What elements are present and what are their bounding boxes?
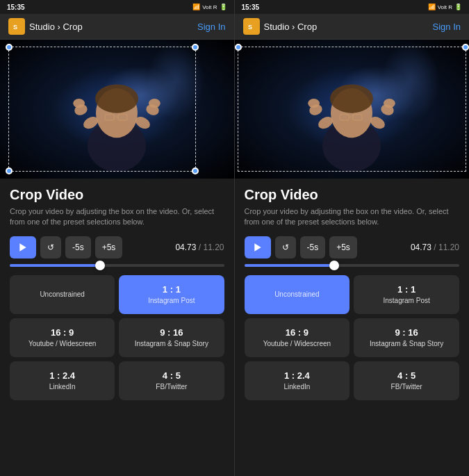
play-button-right[interactable] — [245, 236, 271, 258]
progress-thumb-left[interactable] — [95, 261, 105, 270]
preset-fb-right[interactable]: 4 : 5 FB/Twitter — [354, 361, 459, 400]
status-bar-right: 15:35 📶 Volt R 🔋 — [235, 0, 470, 14]
svg-point-27 — [308, 99, 320, 108]
studio-logo-right: S — [243, 18, 260, 35]
play-icon-right — [253, 243, 263, 252]
nav-bar-right: S Studio › Crop Sign In — [235, 14, 470, 40]
status-time-left: 15:35 — [7, 3, 25, 11]
svg-marker-29 — [254, 243, 261, 252]
preset-grid-left: Unconstrained 1 : 1 Instagram Post 16 : … — [10, 275, 224, 401]
preset-youtube-left[interactable]: 16 : 9 Youtube / Widescreen — [10, 318, 115, 357]
crop-link-left[interactable]: Crop — [63, 22, 82, 32]
crop-title-right: Crop Video — [245, 187, 460, 203]
sign-in-right[interactable]: Sign In — [433, 22, 461, 32]
crop-title-left: Crop Video — [10, 187, 224, 203]
time-display-right: 04.73 / 11.20 — [411, 243, 459, 252]
skip-forward-button-right[interactable]: +5s — [329, 236, 357, 258]
status-time-right: 15:35 — [242, 3, 260, 11]
person-left — [68, 67, 165, 172]
controls-row-left: ↺ -5s +5s 04.73 / 11.20 — [10, 236, 224, 258]
reset-button-right[interactable]: ↺ — [275, 236, 296, 258]
preset-unconstrained-right[interactable]: Unconstrained — [245, 275, 350, 314]
crop-desc-left: Crop your video by adjusting the box on … — [10, 206, 224, 228]
studio-link-left[interactable]: Studio — [29, 22, 55, 32]
video-container-right — [235, 40, 470, 179]
progress-fill-left — [10, 264, 100, 267]
total-time-left: / 11.20 — [199, 243, 224, 252]
progress-bar-left[interactable] — [10, 264, 224, 267]
svg-point-12 — [73, 99, 85, 108]
play-icon-left — [18, 243, 28, 252]
preset-instagram-left[interactable]: 1 : 1 Instagram Post — [119, 275, 224, 314]
svg-text:S: S — [13, 24, 17, 31]
reset-button-left[interactable]: ↺ — [40, 236, 61, 258]
svg-marker-14 — [19, 243, 26, 252]
studio-logo-left: S — [8, 18, 25, 35]
time-display-left: 04.73 / 11.20 — [175, 243, 224, 252]
preset-youtube-right[interactable]: 16 : 9 Youtube / Widescreen — [245, 318, 350, 357]
preset-snap-left[interactable]: 9 : 16 Instagram & Snap Story — [119, 318, 224, 357]
battery-icon: 🔋 — [220, 3, 227, 10]
person-right — [303, 67, 400, 172]
content-area-left: Crop Video Crop your video by adjusting … — [0, 179, 234, 476]
skip-back-button-right[interactable]: -5s — [300, 236, 326, 258]
signal-icon-right: Volt R — [438, 4, 452, 10]
signal-icon: Volt R — [202, 4, 217, 10]
preset-fb-left[interactable]: 4 : 5 FB/Twitter — [119, 361, 224, 400]
wifi-icon: 📶 — [192, 3, 200, 10]
sign-in-left[interactable]: Sign In — [197, 22, 225, 32]
crop-link-right[interactable]: Crop — [297, 22, 317, 32]
preset-linkedin-left[interactable]: 1 : 2.4 LinkedIn — [10, 361, 115, 400]
preset-unconstrained-left[interactable]: Unconstrained — [10, 275, 115, 314]
preset-instagram-right[interactable]: 1 : 1 Instagram Post — [354, 275, 459, 314]
play-button-left[interactable] — [10, 236, 36, 258]
preset-snap-right[interactable]: 9 : 16 Instagram & Snap Story — [354, 318, 459, 357]
status-icons-right: 📶 Volt R 🔋 — [428, 3, 462, 10]
current-time-left: 04.73 — [175, 243, 196, 252]
controls-row-right: ↺ -5s +5s 04.73 / 11.20 — [245, 236, 460, 258]
wifi-icon-right: 📶 — [428, 3, 436, 10]
svg-point-4 — [95, 84, 138, 113]
breadcrumb-left: Studio › Crop — [29, 22, 83, 32]
svg-point-13 — [149, 99, 161, 108]
battery-icon-right: 🔋 — [454, 3, 462, 10]
nav-logo-area-left: S Studio › Crop — [8, 18, 83, 35]
total-time-right: / 11.20 — [434, 243, 459, 252]
nav-logo-area-right: S Studio › Crop — [243, 18, 318, 35]
progress-bar-right[interactable] — [245, 264, 460, 267]
separator-right: › — [292, 22, 297, 32]
preset-linkedin-right[interactable]: 1 : 2.4 LinkedIn — [245, 361, 350, 400]
skip-forward-button-left[interactable]: +5s — [95, 236, 123, 258]
status-icons-left: 📶 Volt R 🔋 — [192, 3, 227, 10]
status-bar-left: 15:35 📶 Volt R 🔋 — [0, 0, 234, 14]
progress-fill-right — [245, 264, 335, 267]
breadcrumb-right: Studio › Crop — [264, 22, 318, 32]
video-container-left — [0, 40, 234, 179]
svg-text:S: S — [248, 24, 252, 31]
svg-point-28 — [384, 99, 395, 108]
progress-thumb-right[interactable] — [329, 261, 339, 270]
svg-point-19 — [330, 84, 373, 113]
crop-desc-right: Crop your video by adjusting the box on … — [245, 206, 460, 228]
preset-grid-right: Unconstrained 1 : 1 Instagram Post 16 : … — [245, 275, 460, 401]
studio-link-right[interactable]: Studio — [264, 22, 290, 32]
skip-back-button-left[interactable]: -5s — [65, 236, 91, 258]
current-time-right: 04.73 — [411, 243, 431, 252]
nav-bar-left: S Studio › Crop Sign In — [0, 14, 234, 40]
left-panel: 15:35 📶 Volt R 🔋 S Studio › Crop Sign In — [0, 0, 235, 476]
right-panel: 15:35 📶 Volt R 🔋 S Studio › Crop Sign In — [235, 0, 470, 476]
content-area-right: Crop Video Crop your video by adjusting … — [235, 179, 470, 476]
